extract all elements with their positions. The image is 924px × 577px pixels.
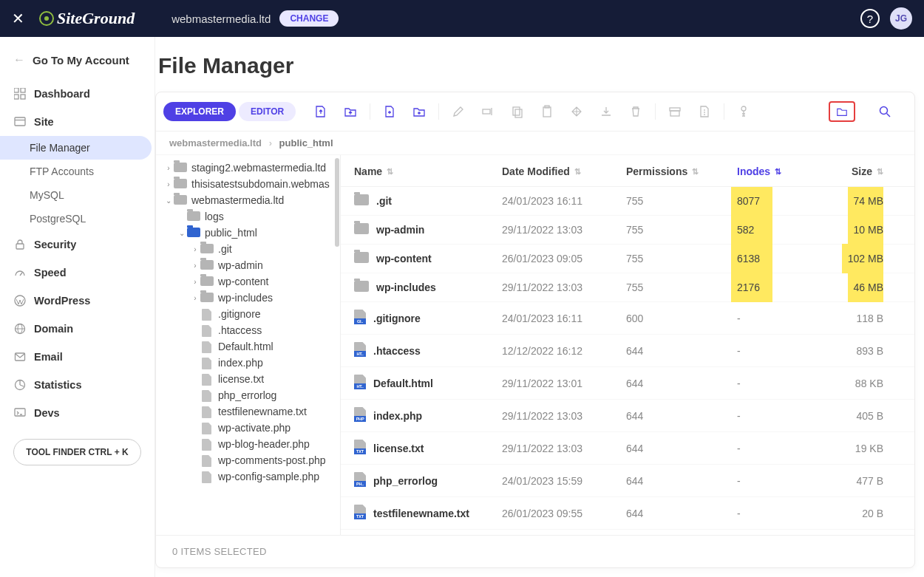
sidebar-item-email[interactable]: Email — [0, 343, 154, 371]
table-row[interactable]: testfilenewname.txt26/01/2023 09:55644-2… — [341, 497, 914, 530]
chevron-right-icon[interactable]: › — [190, 294, 200, 302]
table-row[interactable]: .git24/01/2023 16:11755807774 MB — [341, 187, 914, 216]
sidebar-sub-file-manager[interactable]: File Manager — [0, 136, 152, 160]
sidebar-item-devs[interactable]: Devs — [0, 399, 154, 427]
tab-editor[interactable]: EDITOR — [239, 102, 296, 121]
chevron-right-icon[interactable]: › — [163, 180, 174, 188]
table-row[interactable]: wp-admin29/11/2022 13:0375558210 MB — [341, 216, 914, 245]
file-inodes: 2176 — [737, 281, 840, 293]
sidebar-item-security[interactable]: Security — [0, 231, 154, 259]
tree-item[interactable]: ›wp-admin — [156, 257, 340, 273]
file-size: 405 B — [840, 410, 883, 422]
tree-item[interactable]: wp-activate.php — [156, 420, 340, 436]
tree-item[interactable]: wp-comments-post.php — [156, 452, 340, 468]
tree-item[interactable]: ›thisisatestsubdomain.webmas — [156, 176, 340, 192]
breadcrumb-root[interactable]: webmastermedia.ltd — [169, 137, 262, 148]
chevron-right-icon[interactable]: › — [190, 245, 200, 253]
chevron-right-icon[interactable]: › — [163, 164, 174, 172]
archive-icon[interactable] — [662, 101, 688, 122]
sidebar-item-label: Dashboard — [34, 88, 90, 100]
tree-item-label: webmastermedia.ltd — [191, 194, 284, 206]
back-to-account-link[interactable]: ← Go To My Account — [0, 50, 154, 80]
chevron-down-icon[interactable]: ⌄ — [163, 197, 174, 205]
search-icon[interactable] — [872, 101, 898, 122]
sidebar-sub-postgresql[interactable]: PostgreSQL — [0, 207, 154, 231]
sidebar-item-statistics[interactable]: Statistics — [0, 371, 154, 399]
new-folder-icon[interactable] — [406, 101, 432, 122]
tree-item[interactable]: license.txt — [156, 371, 340, 387]
col-date[interactable]: Date Modified⇅ — [502, 165, 626, 177]
sidebar-item-site[interactable]: Site — [0, 108, 154, 136]
sidebar-item-speed[interactable]: Speed — [0, 259, 154, 287]
move-icon[interactable] — [563, 101, 590, 122]
tree-item[interactable]: index.php — [156, 355, 340, 371]
breadcrumb-current[interactable]: public_html — [279, 137, 333, 148]
sidebar-item-domain[interactable]: Domain — [0, 315, 154, 343]
tree-item[interactable]: ›wp-content — [156, 273, 340, 290]
tree-item[interactable]: ›staging2.webmastermedia.ltd — [156, 160, 340, 176]
sidebar-sub-mysql[interactable]: MySQL — [0, 183, 154, 207]
col-size[interactable]: Size⇅ — [840, 165, 883, 177]
sidebar-item-dashboard[interactable]: Dashboard — [0, 80, 154, 108]
download-icon[interactable] — [593, 101, 619, 122]
col-permissions[interactable]: Permissions⇅ — [626, 165, 737, 177]
table-row[interactable]: wp-content26/01/2023 09:057556138102 MB — [341, 245, 914, 273]
tree-item[interactable]: ›.git — [156, 241, 340, 257]
tree-item[interactable]: ›wp-includes — [156, 290, 340, 306]
file-permissions: 644 — [626, 475, 737, 487]
tree-item-label: .htaccess — [218, 324, 262, 336]
chevron-down-icon[interactable]: ⌄ — [177, 229, 187, 237]
tree-item[interactable]: .htaccess — [156, 322, 340, 338]
file-date: 29/11/2022 13:01 — [502, 378, 626, 389]
tree-item[interactable]: testfilenewname.txt — [156, 403, 340, 420]
tree-item[interactable]: Default.html — [156, 338, 340, 355]
sort-icon: ⇅ — [877, 167, 883, 177]
extract-icon[interactable] — [691, 101, 718, 122]
avatar[interactable]: JG — [890, 7, 912, 30]
tool-finder-button[interactable]: TOOL FINDER CTRL + K — [13, 439, 141, 465]
file-name: index.php — [373, 410, 422, 422]
tree-item-label: license.txt — [218, 373, 264, 385]
table-row[interactable]: .gitignore24/01/2023 16:11600-118 B — [341, 302, 914, 335]
folder-tree[interactable]: ›staging2.webmastermedia.ltd›thisisatest… — [156, 155, 341, 535]
brand-logo[interactable]: SiteGround — [39, 9, 135, 28]
table-row[interactable]: Default.html29/11/2022 13:01644-88 KB — [341, 367, 914, 400]
tree-item[interactable]: logs — [156, 208, 340, 225]
tree-item[interactable]: php_errorlog — [156, 387, 340, 403]
table-row[interactable]: php_errorlog24/01/2023 15:59644-477 B — [341, 465, 914, 497]
sidebar-item-label: Email — [34, 351, 63, 363]
folder-open-icon — [187, 228, 200, 238]
table-row[interactable]: wp-includes29/11/2022 13:03755217646 MB — [341, 273, 914, 302]
tree-item[interactable]: wp-blog-header.php — [156, 436, 340, 452]
col-name[interactable]: Name⇅ — [354, 165, 502, 177]
change-domain-button[interactable]: CHANGE — [279, 10, 339, 27]
sidebar-sub-ftp[interactable]: FTP Accounts — [0, 160, 154, 183]
table-row[interactable]: index.php29/11/2022 13:03644-405 B — [341, 400, 914, 432]
delete-icon[interactable] — [622, 101, 649, 122]
new-file-icon[interactable] — [376, 101, 403, 122]
tree-item[interactable]: .gitignore — [156, 306, 340, 322]
tab-explorer[interactable]: EXPLORER — [163, 102, 236, 121]
paste-icon[interactable] — [534, 101, 560, 122]
folder-size-icon[interactable] — [829, 101, 855, 122]
help-icon[interactable]: ? — [860, 9, 880, 28]
edit-icon[interactable] — [445, 101, 472, 122]
sidebar-item-wordpress[interactable]: WordPress — [0, 287, 154, 315]
chevron-right-icon[interactable]: › — [190, 262, 200, 270]
file-name: php_errorlog — [373, 475, 438, 487]
chevron-right-icon[interactable]: › — [190, 278, 200, 286]
table-row[interactable]: license.txt29/11/2022 13:03644-19 KB — [341, 432, 914, 465]
tree-item[interactable]: ⌄webmastermedia.ltd — [156, 192, 340, 208]
col-inodes[interactable]: Inodes⇅ — [737, 165, 840, 177]
file-upload-icon[interactable] — [308, 101, 334, 122]
svg-point-23 — [880, 107, 888, 115]
permissions-icon[interactable] — [730, 101, 757, 122]
tree-item[interactable]: ⌄public_html — [156, 225, 340, 241]
rename-icon[interactable] — [475, 101, 501, 122]
table-row[interactable]: .htaccess12/12/2022 16:12644-893 B — [341, 335, 914, 367]
close-icon[interactable]: ✕ — [12, 10, 24, 27]
folder-upload-icon[interactable] — [337, 101, 364, 122]
scrollbar-thumb[interactable] — [335, 158, 339, 247]
copy-icon[interactable] — [504, 101, 531, 122]
tree-item[interactable]: wp-config-sample.php — [156, 468, 340, 485]
